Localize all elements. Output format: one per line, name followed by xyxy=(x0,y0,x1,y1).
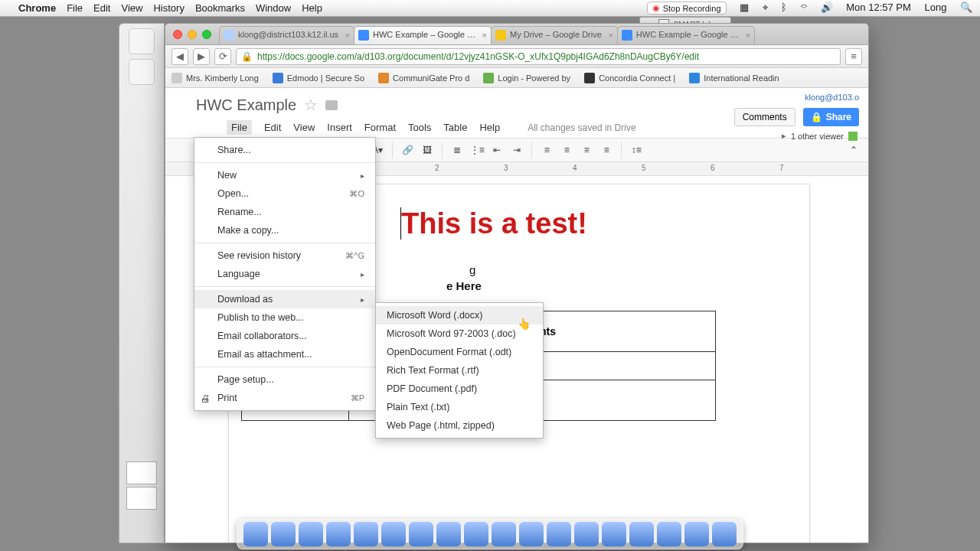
dock-app-icon[interactable] xyxy=(629,522,654,546)
dock-app-icon[interactable] xyxy=(326,522,351,546)
dock-app-icon[interactable] xyxy=(381,522,406,546)
menu-item-rename[interactable]: Rename... xyxy=(194,203,375,221)
menubar-bookmarks[interactable]: Bookmarks xyxy=(195,2,245,14)
dock-app-icon[interactable] xyxy=(574,522,599,546)
menu-item-share[interactable]: Share... xyxy=(194,141,375,159)
align-center-button[interactable]: ≡ xyxy=(558,142,575,158)
docs-menu-insert[interactable]: Insert xyxy=(327,122,352,133)
back-button[interactable]: ◀ xyxy=(172,48,188,65)
bookmark-item[interactable]: Login - Powered by xyxy=(483,73,570,83)
menu-item-open[interactable]: Open...⌘O xyxy=(194,184,375,203)
bluetooth-icon[interactable]: ᛒ xyxy=(781,2,787,13)
align-left-button[interactable]: ≡ xyxy=(538,142,555,158)
omnibox[interactable]: 🔒https://docs.google.com/a/d103.org/docu… xyxy=(236,48,841,65)
submenu-item-odt[interactable]: OpenDocument Format (.odt) xyxy=(376,343,543,361)
menu-item-publish[interactable]: Publish to the web... xyxy=(194,308,375,327)
dock-app-icon[interactable] xyxy=(657,522,681,546)
folder-icon[interactable] xyxy=(325,100,338,110)
submenu-item-docx[interactable]: Microsoft Word (.docx) xyxy=(376,306,543,324)
menu-item-download-as[interactable]: Download as▸ xyxy=(194,290,375,308)
menu-item-print[interactable]: 🖨Print⌘P xyxy=(194,389,375,407)
close-window-button[interactable] xyxy=(173,30,182,39)
dock-app-icon[interactable] xyxy=(547,522,571,546)
menubar-view[interactable]: View xyxy=(121,2,142,14)
dock-app-icon[interactable] xyxy=(436,522,461,546)
line-spacing-button[interactable]: ↕≡ xyxy=(628,142,645,158)
numbered-list-button[interactable]: ≣ xyxy=(449,142,466,158)
docs-menu-format[interactable]: Format xyxy=(364,122,396,133)
star-icon[interactable]: ☆ xyxy=(304,96,318,114)
menu-item-email-attach[interactable]: Email as attachment... xyxy=(194,345,375,364)
zoom-window-button[interactable] xyxy=(202,30,211,39)
image-button[interactable]: 🖼 xyxy=(419,142,436,158)
headline-text[interactable]: This is a test! xyxy=(400,207,791,240)
docs-menu-tools[interactable]: Tools xyxy=(408,122,431,133)
browser-tab[interactable]: HWC Example – Google Driv× xyxy=(617,26,755,44)
menu-item-make-copy[interactable]: Make a copy... xyxy=(194,221,375,240)
minimize-window-button[interactable] xyxy=(188,30,197,39)
bookmark-item[interactable]: Mrs. Kimberly Long xyxy=(172,73,259,83)
close-tab-icon[interactable]: × xyxy=(608,31,612,40)
other-viewers[interactable]: 1 other viewer xyxy=(782,131,858,141)
dock-app-icon[interactable] xyxy=(464,522,488,546)
align-justify-button[interactable]: ≡ xyxy=(598,142,615,158)
menu-item-page-setup[interactable]: Page setup... xyxy=(194,370,375,389)
submenu-item-html[interactable]: Web Page (.html, zipped) xyxy=(376,416,543,435)
dock-app-icon[interactable] xyxy=(684,522,709,546)
menu-item-email-collab[interactable]: Email collaborators... xyxy=(194,327,375,345)
menu-extra-icon[interactable]: ⌖ xyxy=(763,2,768,13)
bookmark-item[interactable]: CommuniGate Pro d xyxy=(378,73,469,83)
close-tab-icon[interactable]: × xyxy=(745,31,750,40)
forward-button[interactable]: ▶ xyxy=(193,48,210,65)
user-menu[interactable]: Long xyxy=(924,2,946,13)
bookmark-item[interactable]: Edmodo | Secure So xyxy=(273,73,364,83)
submenu-item-pdf[interactable]: PDF Document (.pdf) xyxy=(376,380,543,398)
docs-menu-view[interactable]: View xyxy=(293,122,315,133)
dock-app-icon[interactable] xyxy=(354,522,378,546)
outdent-button[interactable]: ⇤ xyxy=(488,142,505,158)
clock[interactable]: Mon 12:57 PM xyxy=(846,2,911,13)
submenu-item-doc[interactable]: Microsoft Word 97-2003 (.doc) xyxy=(376,324,543,343)
menubar-window[interactable]: Window xyxy=(256,2,291,14)
dock-app-icon[interactable] xyxy=(712,522,737,546)
dock-app-icon[interactable] xyxy=(243,522,268,546)
reload-button[interactable]: ⟳ xyxy=(214,48,231,65)
browser-tab[interactable]: klong@district103.k12.il.us× xyxy=(219,26,354,44)
comments-button[interactable]: Comments xyxy=(734,108,795,126)
account-label[interactable]: klong@d103.o xyxy=(805,93,859,102)
browser-tab-active[interactable]: HWC Example – Google Driv× xyxy=(354,26,492,44)
body-line[interactable]: g xyxy=(469,263,791,276)
docs-menu-file[interactable]: File xyxy=(227,120,252,135)
menubar-file[interactable]: File xyxy=(67,2,83,14)
body-line[interactable]: e Here xyxy=(446,279,791,292)
docs-menu-help[interactable]: Help xyxy=(479,122,500,133)
stop-recording-button[interactable]: Stop Recording xyxy=(647,2,727,15)
bookmark-item[interactable]: International Readin xyxy=(689,73,779,83)
menu-item-revision-history[interactable]: See revision history⌘^G xyxy=(194,246,375,265)
align-right-button[interactable]: ≡ xyxy=(578,142,595,158)
wifi-icon[interactable]: ⌔ xyxy=(801,2,807,13)
menubar-edit[interactable]: Edit xyxy=(93,2,110,14)
dock-app-icon[interactable] xyxy=(492,522,516,546)
bulleted-list-button[interactable]: ⋮≡ xyxy=(469,142,485,158)
collapse-toolbar-icon[interactable]: ⌃ xyxy=(845,142,862,158)
docs-menu-table[interactable]: Table xyxy=(443,122,467,133)
spotlight-icon[interactable]: 🔍 xyxy=(960,2,972,13)
menu-item-new[interactable]: New▸ xyxy=(194,166,375,184)
menubar-history[interactable]: History xyxy=(153,2,184,14)
document-title[interactable]: HWC Example xyxy=(196,96,296,114)
menu-extra-icon[interactable]: ▦ xyxy=(740,2,749,13)
bookmark-item[interactable]: Concordia Connect | xyxy=(584,73,675,83)
dock-app-icon[interactable] xyxy=(409,522,433,546)
submenu-item-txt[interactable]: Plain Text (.txt) xyxy=(376,398,543,416)
dock-app-icon[interactable] xyxy=(271,522,296,546)
link-button[interactable]: 🔗 xyxy=(399,142,416,158)
dock-app-icon[interactable] xyxy=(299,522,323,546)
indent-button[interactable]: ⇥ xyxy=(508,142,525,158)
submenu-item-rtf[interactable]: Rich Text Format (.rtf) xyxy=(376,361,543,380)
volume-icon[interactable]: 🔊 xyxy=(821,2,833,13)
close-tab-icon[interactable]: × xyxy=(482,31,487,40)
browser-tab[interactable]: My Drive – Google Drive× xyxy=(491,26,618,44)
docs-menu-edit[interactable]: Edit xyxy=(264,122,281,133)
dock-app-icon[interactable] xyxy=(602,522,626,546)
